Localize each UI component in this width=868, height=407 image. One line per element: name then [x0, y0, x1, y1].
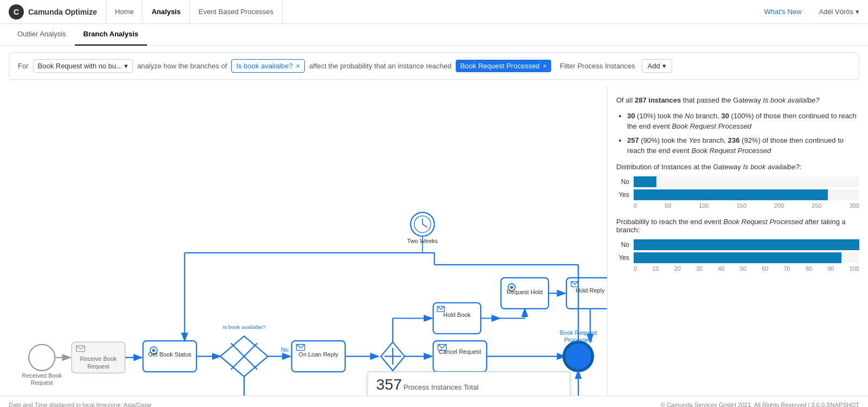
start-event[interactable] — [29, 345, 55, 371]
hold-book-label: Hold Book — [443, 311, 471, 318]
prob-yes-label: Yes — [616, 254, 629, 262]
on-loan-reply-label: On Loan Reply — [298, 351, 339, 358]
prob-no-row: No — [616, 239, 859, 250]
dist-axis: 050100150200250300 — [616, 202, 859, 209]
end-event[interactable] — [564, 342, 593, 371]
right-panel: Of all 287 instances that passed the Gat… — [608, 86, 868, 396]
logo: C — [9, 4, 24, 20]
analyze-label: analyze how the branches of — [137, 62, 227, 70]
subnav: Outlier Analysis Branch Analysis — [0, 24, 868, 46]
nav-event-based[interactable]: Event Based Processes — [190, 0, 283, 24]
main-nav: Home Analysis Event Based Processes — [106, 0, 283, 24]
dist-no-bar — [634, 176, 656, 187]
request-hold-label: Request Hold — [507, 289, 542, 295]
gateway-name: Is book availalbe? — [763, 96, 819, 104]
dist-yes-row: Yes — [616, 189, 859, 200]
user-chevron-icon: ▾ — [856, 8, 859, 16]
gateway-close-icon[interactable]: × — [296, 62, 300, 70]
prob-no-bar — [634, 239, 859, 250]
hold-reply-label: Hold Reply — [576, 287, 605, 294]
main-content: Received Book Request Receive Book Reque… — [0, 86, 868, 396]
no-count: 30 — [627, 112, 635, 120]
total-instances: 287 instances — [635, 96, 681, 104]
get-book-status-label: Get Book Status — [148, 351, 192, 358]
dist-no-bar-container — [634, 176, 859, 187]
dist-no-label: No — [616, 178, 629, 186]
gateway-tag[interactable]: Is book availalbe? × — [231, 59, 305, 73]
add-label: Add — [648, 62, 660, 70]
prob-yes-bar — [634, 252, 841, 263]
distribution-section: Distribution of Instances at the Gateway… — [616, 163, 859, 209]
nav-home[interactable]: Home — [106, 0, 143, 24]
end-event-tag[interactable]: Book Request Processed × — [456, 60, 551, 72]
branch-item-no: 30 (10%) took the No branch, 30 (100%) o… — [627, 111, 859, 132]
receive-book-request-label2: Request — [87, 363, 110, 370]
cancel-request-task[interactable] — [433, 341, 487, 372]
start-event-label2: Request — [31, 379, 53, 386]
prob-no-bar-container — [634, 239, 859, 250]
end-event-value: Book Request Processed — [460, 62, 540, 70]
no-branch-label: No — [281, 346, 289, 353]
diagram-area[interactable]: Received Book Request Receive Book Reque… — [0, 86, 608, 396]
process-select[interactable]: Book Request with no bu... ▾ — [33, 59, 133, 73]
filter-instances-label: Filter Process Instances — [560, 62, 635, 70]
dist-yes-label: Yes — [616, 191, 629, 199]
footer: Date and Time displayed in local timezon… — [0, 396, 868, 407]
probability-heading: Probability to reach the end event Book … — [616, 218, 859, 234]
add-chevron-icon: ▾ — [662, 62, 666, 70]
for-label: For — [18, 62, 29, 70]
yes-count: 257 — [627, 136, 639, 144]
dist-yes-bar — [634, 189, 828, 200]
summary-paragraph: Of all 287 instances that passed the Gat… — [616, 95, 859, 106]
brand-name: Camunda Optimize — [28, 8, 97, 16]
branch-item-yes: 257 (90%) took the Yes branch, 236 (92%)… — [627, 135, 859, 156]
subnav-outlier[interactable]: Outlier Analysis — [9, 24, 75, 46]
dist-yes-bar-container — [634, 189, 859, 200]
hold-book-task[interactable] — [433, 303, 481, 334]
start-event-label: Received Book — [22, 372, 62, 379]
process-chevron-icon: ▾ — [124, 62, 128, 70]
distribution-heading: Distribution of Instances at the Gateway… — [616, 163, 859, 171]
prob-yes-row: Yes — [616, 252, 859, 263]
subnav-branch[interactable]: Branch Analysis — [75, 24, 147, 46]
copyright-text: © Camunda Services GmbH 2021, All Rights… — [661, 402, 859, 408]
dist-no-row: No — [616, 176, 859, 187]
gateway-label: Is book availalbe? — [222, 324, 265, 330]
prob-no-label: No — [616, 241, 629, 249]
probability-section: Probability to reach the end event Book … — [616, 218, 859, 272]
user-menu[interactable]: Adél Vörös ▾ — [819, 8, 859, 16]
tooltip-total-value: 357 — [376, 376, 402, 393]
affect-label: affect the probability that an instance … — [309, 62, 451, 70]
prob-yes-bar-container — [634, 252, 859, 263]
process-value: Book Request with no bu... — [38, 62, 122, 70]
tooltip-total-label: Process Instances Total — [404, 383, 479, 391]
prob-axis: 0102030405060708090100 — [616, 265, 859, 272]
receive-book-request-label: Receive Book — [80, 355, 117, 362]
cancel-request-label: Cancel Request — [439, 348, 481, 355]
user-name: Adél Vörös — [819, 8, 853, 16]
add-filter-button[interactable]: Add ▾ — [642, 59, 672, 73]
end-event-close-icon[interactable]: × — [543, 62, 547, 70]
header: C Camunda Optimize Home Analysis Event B… — [0, 0, 868, 24]
whats-new-link[interactable]: What's New — [764, 8, 801, 16]
nav-analysis[interactable]: Analysis — [143, 0, 189, 24]
branch-list: 30 (10%) took the No branch, 30 (100%) o… — [616, 111, 859, 156]
gateway-value: Is book availalbe? — [236, 62, 292, 70]
filter-bar: For Book Request with no bu... ▾ analyze… — [9, 52, 859, 80]
timezone-text: Date and Time displayed in local timezon… — [9, 402, 152, 408]
